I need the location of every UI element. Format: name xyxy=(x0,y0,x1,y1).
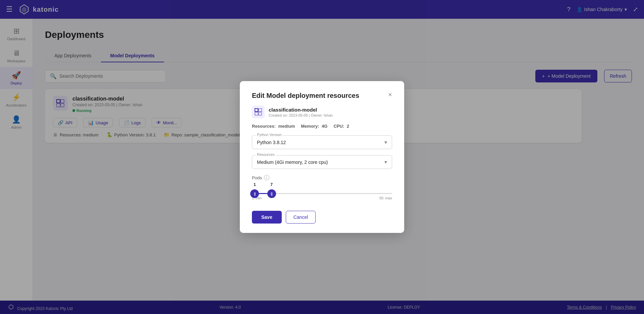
pods-slider[interactable]: ||| 1 ||| 7 1 min 50 max xyxy=(252,184,392,203)
modal-model-info: classification-model Created on: 2023-05… xyxy=(252,106,392,118)
save-button[interactable]: Save xyxy=(252,211,282,224)
modal-overlay: Edit Model deployment resources × classi… xyxy=(0,0,644,314)
modal-resources-label: Resources: medium xyxy=(252,124,295,129)
resources-value: Medium (4Gi memory, 2 core cpu) xyxy=(257,160,328,165)
slider-track: ||| 1 ||| 7 xyxy=(252,193,392,194)
modal-resources-row: Resources: medium Memory: 4G CPU: 2 xyxy=(252,124,392,129)
modal-model-name-group: classification-model Created on: 2023-05… xyxy=(269,107,333,117)
resources-chevron-down-icon: ▾ xyxy=(384,159,387,165)
svg-rect-10 xyxy=(259,112,262,115)
pods-info-icon[interactable]: i xyxy=(264,175,269,180)
pods-label: Pods i xyxy=(252,175,392,180)
python-chevron-down-icon: ▾ xyxy=(384,139,387,145)
resources-field-label: Resources xyxy=(256,152,276,156)
python-version-wrapper: Python Version Python 3.8.12 ▾ xyxy=(252,135,392,149)
cancel-button[interactable]: Cancel xyxy=(286,211,316,224)
resources-field: Resources Medium (4Gi memory, 2 core cpu… xyxy=(252,155,392,169)
python-version-field: Python Version Python 3.8.12 ▾ xyxy=(252,135,392,149)
slider-label-max: 50 max xyxy=(379,196,392,200)
slider-thumb-max[interactable]: ||| xyxy=(267,189,276,198)
pods-section: Pods i ||| 1 ||| 7 xyxy=(252,175,392,203)
modal-model-subtitle: Created on: 2023-05-05 | Owner: Ishan xyxy=(269,113,333,117)
modal-close-button[interactable]: × xyxy=(388,91,392,98)
python-version-value: Python 3.8.12 xyxy=(257,140,286,145)
slider-thumb-max-icon: ||| xyxy=(271,192,272,196)
svg-rect-9 xyxy=(255,112,258,115)
slider-min-value: 1 xyxy=(254,182,256,187)
modal-memory: Memory: 4G xyxy=(301,124,327,129)
svg-rect-7 xyxy=(255,109,258,112)
svg-rect-8 xyxy=(259,109,262,112)
resources-select-row[interactable]: Medium (4Gi memory, 2 core cpu) ▾ xyxy=(257,159,387,165)
modal-model-icon xyxy=(252,106,265,118)
modal-title: Edit Model deployment resources xyxy=(252,92,359,100)
slider-max-value: 7 xyxy=(270,182,273,187)
modal-footer: Save Cancel xyxy=(252,211,392,224)
slider-thumb-min[interactable]: ||| xyxy=(250,189,259,198)
edit-model-modal: Edit Model deployment resources × classi… xyxy=(240,81,404,233)
modal-model-name: classification-model xyxy=(269,107,333,113)
resources-wrapper: Resources Medium (4Gi memory, 2 core cpu… xyxy=(252,155,392,169)
modal-cpu: CPU: 2 xyxy=(333,124,349,129)
modal-header: Edit Model deployment resources × xyxy=(252,92,392,100)
modal-model-svg xyxy=(254,108,262,116)
python-version-select-row[interactable]: Python 3.8.12 ▾ xyxy=(257,139,387,145)
python-version-label: Python Version xyxy=(256,133,283,137)
slider-thumb-min-icon: ||| xyxy=(254,192,256,196)
